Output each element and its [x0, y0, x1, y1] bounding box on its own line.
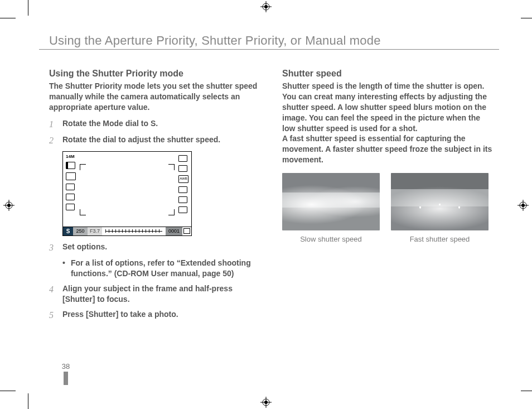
- step-text: to take a photo.: [118, 310, 178, 319]
- sharpness-icon: [178, 206, 187, 213]
- svg-point-0: [263, 3, 269, 10]
- button-reference: [Shutter]: [86, 310, 118, 319]
- page-number: 38: [49, 362, 83, 370]
- page-tab-icon: [64, 372, 68, 385]
- example-photo-slow: Slow shutter speed: [282, 173, 380, 243]
- exposure-scale: [102, 227, 166, 235]
- step-text: Rotate the Mode dial to: [62, 119, 151, 128]
- body-paragraph: Shutter speed is the length of time the …: [282, 81, 493, 165]
- bullet-text: For a list of options, refer to “Extende…: [71, 258, 260, 279]
- registration-mark-icon: [260, 397, 272, 408]
- photo-caption: Slow shutter speed: [282, 235, 380, 243]
- mode-letter: S: [151, 119, 156, 128]
- button-reference: [Shutter]: [62, 295, 95, 304]
- megapixel-indicator: 14M: [66, 154, 75, 159]
- slow-shutter-image: [282, 173, 380, 230]
- svg-point-1: [264, 5, 268, 8]
- svg-point-9: [7, 204, 11, 207]
- iso-icon: [178, 186, 187, 193]
- intro-paragraph: The Shutter Priority mode lets you set t…: [49, 81, 260, 113]
- svg-point-5: [264, 401, 268, 404]
- registration-mark-icon: [518, 200, 529, 211]
- svg-point-12: [520, 202, 526, 209]
- af-area-icon: [178, 165, 187, 172]
- shutter-value: 250: [73, 227, 88, 235]
- step-3: 3 Set options.: [49, 242, 260, 254]
- color-icon: [178, 196, 187, 203]
- step-1: 1 Rotate the Mode dial to S.: [49, 118, 260, 131]
- step-text: .: [156, 119, 158, 128]
- example-photo-fast: Fast shutter speed: [391, 173, 489, 243]
- registration-mark-icon: [3, 200, 14, 211]
- step-text: Align your subject in the frame and half…: [62, 284, 233, 293]
- left-column: Using the Shutter Priority mode The Shut…: [49, 69, 260, 326]
- section-heading: Shutter speed: [282, 69, 493, 79]
- registration-mark-icon: [260, 1, 272, 12]
- metering-icon: [66, 172, 76, 180]
- svg-point-8: [6, 202, 12, 209]
- crop-line: [0, 391, 16, 391]
- crop-line: [0, 18, 16, 18]
- page-number-block: 38: [49, 362, 83, 385]
- mode-indicator: S: [63, 227, 73, 235]
- camera-lcd-preview: 14M AWB: [62, 151, 192, 236]
- crop-line: [521, 18, 532, 18]
- page-title: Using the Aperture Priority, Shutter Pri…: [39, 33, 499, 50]
- svg-point-4: [263, 399, 269, 406]
- face-icon: [66, 204, 75, 210]
- section-heading: Using the Shutter Priority mode: [49, 69, 260, 79]
- status-bar: S 250 F3.7 0001: [63, 227, 191, 235]
- crop-line: [521, 391, 532, 391]
- aperture-value: F3.7: [88, 227, 102, 235]
- crop-line: [28, 0, 28, 16]
- page: Using the Aperture Priority, Shutter Pri…: [39, 33, 499, 385]
- frame-counter: 0001: [166, 227, 182, 235]
- options-bullet: For a list of options, refer to “Extende…: [62, 258, 260, 279]
- step-text: Rotate the dial to adjust the shutter sp…: [62, 134, 220, 147]
- wb-icon: AWB: [178, 175, 188, 183]
- crop-line: [28, 393, 28, 409]
- step-text: Press: [62, 310, 86, 319]
- fast-shutter-image: [391, 173, 489, 230]
- quality-icon: [66, 162, 75, 169]
- step-text: to focus.: [95, 295, 129, 304]
- step-text: Set options.: [62, 242, 107, 254]
- drive-icon: [178, 155, 187, 162]
- right-column: Shutter speed Shutter speed is the lengt…: [282, 69, 493, 326]
- step-5: 5 Press [Shutter] to take a photo.: [49, 309, 260, 321]
- photo-caption: Fast shutter speed: [391, 235, 489, 243]
- flash-icon: [66, 184, 75, 190]
- battery-icon: [182, 227, 191, 235]
- step-4: 4 Align your subject in the frame and ha…: [49, 283, 260, 305]
- svg-point-13: [521, 204, 525, 207]
- step-2: 2 Rotate the dial to adjust the shutter …: [49, 134, 260, 147]
- af-frame-corners: [80, 164, 175, 215]
- focus-icon: [66, 194, 75, 200]
